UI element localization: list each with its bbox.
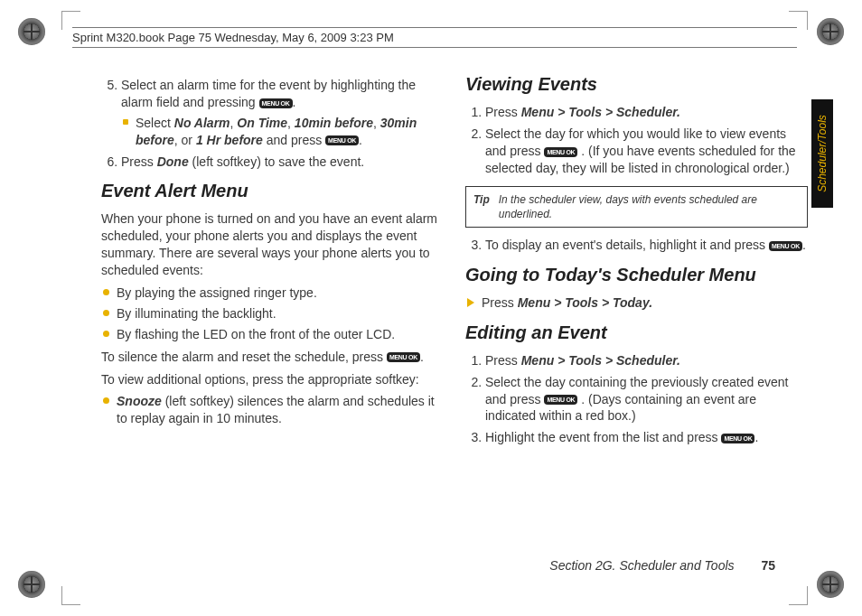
page-body: Select an alarm time for the event by hi…: [101, 72, 808, 580]
option-1hr: 1 Hr before: [196, 133, 263, 147]
body-text: When your phone is turned on and you hav…: [101, 210, 444, 279]
heading-viewing-events: Viewing Events: [465, 72, 808, 97]
page-footer: Section 2G. Scheduler and Tools 75: [549, 558, 775, 573]
bullet-icon: [103, 397, 109, 404]
menu-ok-key-icon: MENU OK: [769, 241, 802, 251]
sub-bullet: Select No Alarm, On Time, 10min before, …: [123, 115, 444, 149]
bullet-text: By playing the assigned ringer type.: [117, 285, 317, 302]
list-item: Press Menu > Tools > Today.: [467, 294, 808, 312]
crop-mark-icon: [817, 18, 844, 45]
list-item: Snooze (left softkey) silences the alarm…: [103, 393, 444, 427]
heading-editing-event: Editing an Event: [465, 321, 808, 345]
bullet-text: By illuminating the backlight.: [117, 305, 276, 322]
option-no-alarm: No Alarm: [174, 116, 230, 130]
list-item: By flashing the LED on the front of the …: [103, 326, 444, 343]
menu-ok-key-icon: MENU OK: [544, 147, 577, 157]
bullet-text: By flashing the LED on the front of the …: [117, 326, 395, 343]
list-item: To display an event's details, highlight…: [485, 237, 808, 254]
list-item: Select the day for which you would like …: [485, 126, 808, 177]
body-text: To silence the alarm and reset the sched…: [101, 349, 444, 366]
menu-ok-key-icon: MENU OK: [544, 395, 577, 405]
sub-mid: and press: [267, 133, 325, 147]
menu-path: Menu > Tools > Scheduler.: [521, 105, 680, 119]
done-label: Done: [157, 154, 189, 169]
crop-mark-icon: [18, 571, 45, 598]
snooze-label: Snooze: [117, 394, 162, 408]
crop-mark-icon: [18, 18, 45, 45]
numbered-list: To display an event's details, highlight…: [465, 237, 808, 254]
heading-today-scheduler: Going to Today's Scheduler Menu: [465, 263, 808, 287]
bullet-icon: [103, 331, 109, 337]
sub-text: Select: [136, 116, 174, 130]
triangle-bullet-icon: [467, 298, 474, 307]
side-tab-label: Scheduler/Tools: [816, 115, 829, 192]
list-item: Select the day containing the previously…: [485, 374, 808, 425]
bullet-icon: [103, 289, 109, 295]
page-number: 75: [761, 558, 775, 573]
menu-ok-key-icon: MENU OK: [325, 135, 359, 145]
option-10min: 10min before: [295, 116, 373, 130]
option-on-time: On Time: [237, 116, 287, 130]
list-item: Select an alarm time for the event by hi…: [121, 77, 444, 149]
list-item: Press Done (left softkey) to save the ev…: [121, 154, 444, 171]
period: .: [293, 95, 296, 109]
tip-box: Tip In the scheduler view, days with eve…: [465, 186, 808, 228]
menu-ok-key-icon: MENU OK: [387, 352, 420, 362]
bullet-list: By playing the assigned ringer type. By …: [103, 285, 444, 343]
right-column: Viewing Events Press Menu > Tools > Sche…: [465, 72, 808, 451]
section-side-tab: Scheduler/Tools: [811, 99, 833, 208]
crop-mark-icon: [817, 571, 844, 598]
square-bullet-icon: [123, 119, 128, 125]
bullet-text: (left softkey) silences the alarm and sc…: [117, 394, 435, 425]
menu-ok-key-icon: MENU OK: [259, 98, 293, 108]
left-column: Select an alarm time for the event by hi…: [101, 72, 444, 451]
crop-corner-icon: [61, 586, 80, 605]
footer-section: Section 2G. Scheduler and Tools: [549, 558, 734, 573]
heading-event-alert-menu: Event Alert Menu: [101, 179, 444, 203]
numbered-list: Press Menu > Tools > Scheduler. Select t…: [465, 104, 808, 177]
tip-label: Tip: [473, 192, 490, 221]
document-header: Sprint M320.book Page 75 Wednesday, May …: [72, 27, 797, 48]
list-item: Press Menu > Tools > Scheduler.: [485, 352, 808, 369]
bullet-icon: [103, 310, 109, 316]
crop-corner-icon: [789, 586, 808, 605]
list-item: By playing the assigned ringer type.: [103, 285, 444, 302]
body-text: To view additional options, press the ap…: [101, 371, 444, 388]
tip-text: In the scheduler view, days with events …: [499, 192, 800, 221]
menu-path: Menu > Tools > Today.: [518, 295, 652, 310]
list-item: Press Menu > Tools > Scheduler.: [485, 104, 808, 121]
numbered-list: Select an alarm time for the event by hi…: [101, 77, 444, 170]
numbered-list: Press Menu > Tools > Scheduler. Select t…: [465, 352, 808, 446]
step-text: (left softkey) to save the event.: [192, 154, 365, 169]
list-item: Highlight the event from the list and pr…: [485, 429, 808, 446]
menu-path: Menu > Tools > Scheduler.: [521, 353, 680, 368]
menu-ok-key-icon: MENU OK: [721, 434, 754, 443]
list-item: By illuminating the backlight.: [103, 305, 444, 322]
step-text: Press: [121, 154, 157, 169]
